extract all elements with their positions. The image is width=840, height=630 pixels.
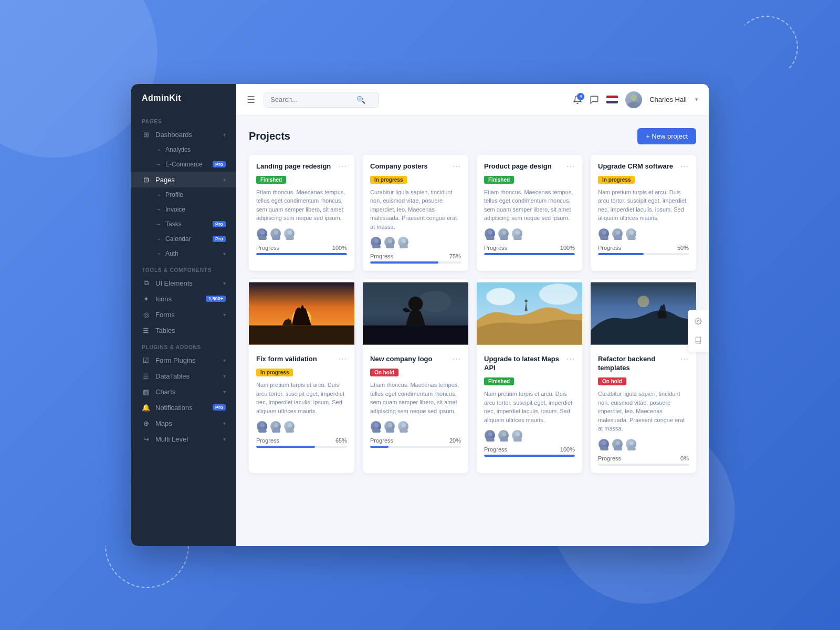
notifications-button[interactable]: 4 <box>573 95 582 104</box>
new-project-button[interactable]: + New project <box>637 128 696 144</box>
project-menu-button[interactable]: ··· <box>680 355 689 363</box>
decorative-arc-top <box>735 16 798 79</box>
project-card-1: Landing page redesign ··· Finished Etiam… <box>249 155 354 271</box>
svg-point-16 <box>502 230 506 235</box>
svg-point-64 <box>697 320 699 322</box>
arrow-icon: → <box>155 250 161 257</box>
bell-icon: 🔔 <box>142 403 150 412</box>
sidebar-item-ui-elements[interactable]: ⧉ UI Elements ▾ <box>131 275 236 291</box>
project-menu-button[interactable]: ··· <box>566 162 575 171</box>
progress-section: Progress 20% <box>370 437 461 448</box>
sidebar-item-pages[interactable]: ⊡ Pages ▾ <box>131 172 236 187</box>
arrow-icon: → <box>155 206 161 213</box>
progress-bar-track <box>370 446 461 448</box>
svg-point-51 <box>486 437 495 442</box>
avatar-1 <box>256 228 268 239</box>
search-icon: 🔍 <box>356 96 365 104</box>
svg-point-5 <box>272 236 280 240</box>
sidebar-item-analytics[interactable]: → Analytics <box>131 142 236 157</box>
project-menu-button[interactable]: ··· <box>680 162 689 171</box>
search-input[interactable] <box>270 96 354 103</box>
sidebar-item-charts[interactable]: ▦ Charts ▾ <box>131 384 236 400</box>
messages-button[interactable] <box>590 95 599 104</box>
project-card-7: Upgrade to latest Maps API ··· Finished … <box>477 279 582 472</box>
user-dropdown-icon[interactable]: ▾ <box>695 96 698 103</box>
project-description: Etiam rhoncus. Maecenas tempus, tellus e… <box>370 381 461 415</box>
svg-point-50 <box>488 432 492 436</box>
grid-icon: ⊞ <box>142 130 150 139</box>
project-avatars <box>370 236 461 248</box>
progress-section: Progress 100% <box>256 245 347 255</box>
sidebar-item-notifications[interactable]: 🔔 Notifications Pro <box>131 400 236 415</box>
svg-point-38 <box>408 297 423 311</box>
sidebar-item-forms[interactable]: ◎ Forms ▾ <box>131 307 236 322</box>
avatar-2 <box>612 438 623 450</box>
svg-point-48 <box>539 284 578 305</box>
multi-level-icon: ↪ <box>142 435 150 443</box>
user-name: Charles Hall <box>649 96 687 103</box>
project-description: Etiam rhoncus. Maecenas tempus, tellus e… <box>484 188 575 223</box>
sidebar-item-tables[interactable]: ☰ Tables <box>131 322 236 338</box>
svg-point-37 <box>418 291 452 312</box>
sidebar-item-maps[interactable]: ⊕ Maps ▾ <box>131 415 236 431</box>
sidebar-item-icons[interactable]: ✦ Icons 1,500+ <box>131 291 236 307</box>
sidebar-item-datatables[interactable]: ☰ DataTables ▾ <box>131 368 236 384</box>
side-panel <box>688 310 709 352</box>
chevron-icon: ▾ <box>223 421 226 426</box>
menu-icon[interactable]: ☰ <box>247 94 255 106</box>
project-avatars <box>484 429 575 441</box>
arrow-icon: → <box>155 221 161 227</box>
page-title: Projects <box>249 130 290 142</box>
sidebar-item-multi-level[interactable]: ↪ Multi Level ▾ <box>131 431 236 447</box>
avatar-3 <box>511 429 523 441</box>
pro-badge: Pro <box>213 404 226 411</box>
sidebar-item-calendar[interactable]: → Calendar Pro <box>131 232 236 246</box>
project-menu-button[interactable]: ··· <box>566 355 575 363</box>
app-window: AdminKit Pages ⊞ Dashboards ▾ → Analytic… <box>131 84 709 546</box>
project-title: Landing page redesign <box>256 162 331 171</box>
progress-bar-track <box>484 253 575 255</box>
progress-label: Progress 75% <box>370 253 461 259</box>
svg-point-34 <box>286 428 294 433</box>
main-area: ☰ 🔍 4 <box>236 84 709 546</box>
svg-point-45 <box>400 428 408 433</box>
sidebar-item-ecommerce[interactable]: → E-Commerce Pro <box>131 157 236 172</box>
svg-point-41 <box>372 428 381 433</box>
sidebar-item-dashboards[interactable]: ⊞ Dashboards ▾ <box>131 127 236 142</box>
svg-point-49 <box>524 300 527 302</box>
settings-panel-icon[interactable] <box>691 314 706 329</box>
pro-badge: Pro <box>213 236 226 242</box>
svg-point-58 <box>602 441 606 445</box>
project-image <box>249 279 354 348</box>
progress-text: Progress <box>484 446 507 453</box>
avatar <box>625 91 642 108</box>
sidebar-item-tasks[interactable]: → Tasks Pro <box>131 217 236 232</box>
project-card-header: Upgrade to latest Maps API ··· <box>484 355 575 373</box>
project-card-header: Fix form validation ··· <box>256 355 347 364</box>
progress-bar-fill <box>484 253 575 255</box>
progress-bar-fill <box>370 446 388 448</box>
progress-text: Progress <box>484 245 507 251</box>
chevron-icon: ▾ <box>223 280 226 286</box>
sidebar-item-profile[interactable]: → Profile <box>131 187 236 202</box>
progress-value: 100% <box>560 446 575 453</box>
docs-panel-icon[interactable] <box>691 333 706 348</box>
project-card-6: New company logo ··· On hold Etiam rhonc… <box>363 279 468 472</box>
project-menu-button[interactable]: ··· <box>339 162 347 171</box>
language-flag[interactable] <box>606 96 618 103</box>
svg-point-23 <box>614 236 622 240</box>
project-menu-button[interactable]: ··· <box>453 355 461 363</box>
sidebar-item-auth[interactable]: → Auth ▾ <box>131 246 236 261</box>
progress-bar-track <box>598 464 689 466</box>
svg-point-6 <box>288 230 292 235</box>
layout-icon: ⊡ <box>142 175 150 184</box>
status-badge: In progress <box>256 369 293 376</box>
status-badge: On hold <box>598 377 626 385</box>
svg-point-33 <box>288 423 292 427</box>
project-title: New company logo <box>370 355 432 364</box>
sidebar-item-form-plugins[interactable]: ☑ Form Plugins ▾ <box>131 352 236 368</box>
project-menu-button[interactable]: ··· <box>453 162 461 171</box>
project-menu-button[interactable]: ··· <box>339 355 347 363</box>
avatar-2 <box>498 228 509 239</box>
sidebar-item-invoice[interactable]: → Invoice <box>131 202 236 217</box>
